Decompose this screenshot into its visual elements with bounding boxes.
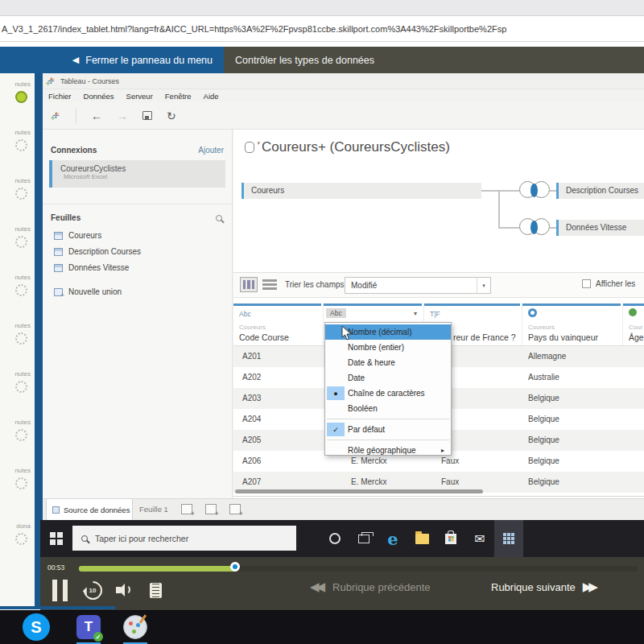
chevron-down-icon[interactable]: ▾ [477, 278, 490, 293]
next-topic-button[interactable]: Rubrique suivante ▶▶ [491, 580, 598, 594]
pause-button[interactable] [46, 576, 73, 605]
store-button[interactable] [436, 520, 465, 557]
file-explorer-button[interactable] [407, 520, 436, 557]
metadata-view-icon[interactable] [262, 279, 277, 290]
sheet-item-donnees-vitesse[interactable]: Données Vitesse [54, 263, 129, 272]
tab-source-de-donnees[interactable]: Source de données [46, 499, 133, 520]
toc-item[interactable]: nutes [0, 129, 32, 155]
toc-item[interactable]: dona [0, 522, 32, 548]
sheet-item-description-courses[interactable]: Description Courses [54, 247, 141, 256]
menu-aide[interactable]: Aide [204, 92, 219, 101]
toc-status-icon [15, 381, 27, 393]
new-story-icon[interactable] [229, 504, 241, 514]
join-icon-description-courses[interactable] [519, 181, 550, 200]
connection-item[interactable]: CoureursCyclistes Microsoft Excel [49, 160, 225, 188]
join-icon-donnees-vitesse[interactable] [519, 218, 550, 237]
menu-fichier[interactable]: Fichier [48, 92, 72, 101]
mail-button[interactable]: ✉ [465, 520, 494, 557]
redo-icon[interactable]: → [117, 109, 128, 122]
task-view-button[interactable] [349, 520, 378, 557]
volume-button[interactable] [111, 576, 138, 605]
model-table-description-courses[interactable]: Description Courses [556, 183, 644, 199]
toc-item[interactable]: nutes [0, 419, 32, 444]
menu-item-date[interactable]: Date [325, 370, 451, 386]
menu-fenetre[interactable]: Fenêtre [165, 92, 192, 101]
taskbar-search-input[interactable]: Taper ici pour rechercher [72, 526, 296, 551]
column-pays-du-vainqueur[interactable]: Coureurs Pays du vainqueur [522, 303, 623, 345]
paint-button[interactable] [123, 615, 147, 639]
teams-button[interactable]: T ✓ [76, 615, 101, 639]
menu-item-role-geographique[interactable]: Rôle géographique ▸ [325, 443, 451, 458]
model-table-coureurs[interactable]: Coureurs [242, 183, 481, 199]
playback-time: 00:53 [47, 564, 64, 572]
toc-status-icon [15, 332, 27, 345]
sheet-icon [54, 248, 63, 256]
tableau-start-icon[interactable]: ✛✛✛ [52, 111, 61, 120]
teams-icon: T [85, 619, 93, 635]
previous-topic-button[interactable]: ◀◀ Rubrique précédente [310, 580, 431, 594]
menu-serveur[interactable]: Serveur [126, 92, 153, 101]
model-table-donnees-vitesse[interactable]: Données Vitesse [556, 220, 644, 236]
menu-item-chaine-de-caracteres[interactable]: ● Chaîne de caractères [325, 386, 451, 401]
undo-icon[interactable]: ← [91, 109, 102, 122]
datasource-tab-icon [52, 506, 60, 514]
menu-marker [327, 356, 345, 369]
show-aliases-checkbox[interactable] [582, 279, 591, 288]
horizontal-scrollbar[interactable] [235, 489, 483, 493]
browser-top-strip [0, 0, 644, 16]
sheet-item-coureurs[interactable]: Coureurs [54, 231, 101, 240]
menu-item-booleen[interactable]: Booléen [325, 401, 451, 416]
refresh-icon[interactable]: ↻ [167, 109, 176, 122]
boolean-type-icon[interactable]: T|F [430, 310, 440, 318]
seek-bar[interactable] [79, 566, 638, 572]
datasource-title: Coureurs+ (CoureursCyclistes) [262, 139, 450, 155]
url-text[interactable]: A_V3_1_2617/index_tablet.html?lang=fr&AI… [0, 24, 506, 34]
toc-item[interactable]: nutes [0, 225, 32, 251]
tab-feuille-1[interactable]: Feuille 1 [139, 505, 168, 514]
toc-item[interactable]: nutes [0, 177, 32, 203]
menu-item-par-defaut[interactable]: ✓ Par défaut [325, 422, 451, 437]
previous-arrows-icon: ◀◀ [310, 580, 325, 594]
replay-10-button[interactable]: 10 [79, 576, 106, 605]
toc-item[interactable]: nutes [0, 322, 32, 348]
column-code-course[interactable]: Abc Coureurs Code Course [233, 303, 324, 345]
tableau-taskbar-button[interactable] [494, 520, 523, 557]
new-dashboard-icon[interactable] [205, 504, 217, 514]
grid-bottom-border [233, 496, 644, 497]
menu-item-date-heure[interactable]: Date & heure [325, 355, 451, 370]
window-title: Tableau - Courses [60, 77, 119, 85]
toc-item[interactable]: nutes [0, 80, 32, 106]
string-type-icon-active[interactable]: Abc [326, 308, 346, 318]
menu-donnees[interactable]: Données [84, 92, 114, 101]
menu-item-nombre-entier[interactable]: Nombre (entier) [325, 340, 451, 355]
geographic-role-icon[interactable] [528, 308, 537, 317]
tableau-toolbar: ✛✛✛ ← → ↻ [43, 102, 644, 130]
search-sheets-icon[interactable] [216, 215, 222, 221]
sort-fields-dropdown[interactable]: Modifié ▾ [345, 277, 491, 294]
column-age[interactable]: Cour Âge [623, 303, 644, 345]
toc-item[interactable]: nutes [0, 274, 32, 299]
close-menu-panel-button[interactable]: ◀ Fermer le panneau du menu [0, 47, 224, 73]
chevron-down-icon[interactable]: ▾ [414, 310, 417, 317]
speaker-icon [116, 582, 134, 598]
datasource-db-icon[interactable] [245, 142, 254, 153]
datasource-sidebar: Connexions Ajouter CoureursCyclistes Mic… [43, 130, 233, 498]
skype-button[interactable]: S [23, 613, 50, 641]
edge-button[interactable]: e [378, 520, 407, 557]
string-type-icon[interactable]: Abc [239, 310, 251, 318]
toc-item[interactable]: nutes [0, 370, 32, 396]
cortana-button[interactable] [320, 520, 349, 557]
toc-item[interactable]: nutes [0, 467, 32, 493]
video-player-bar: 00:53 10 ◀◀ Rubrique précédente Rubrique… [40, 557, 644, 610]
grid-view-icon[interactable] [240, 277, 258, 292]
number-type-icon[interactable] [629, 308, 637, 316]
new-union-item[interactable]: Nouvelle union [54, 287, 122, 296]
seek-bar-thumb[interactable] [230, 562, 240, 572]
add-connection-link[interactable]: Ajouter [198, 146, 224, 155]
save-icon[interactable] [142, 111, 152, 120]
new-worksheet-icon[interactable] [181, 504, 192, 514]
video-windows-taskbar: Taper ici pour rechercher e ✉ [40, 520, 644, 557]
browser-url-bar[interactable]: A_V3_1_2617/index_tablet.html?lang=fr&AI… [0, 16, 644, 42]
transcript-button[interactable] [142, 576, 169, 605]
start-button[interactable] [40, 520, 72, 557]
